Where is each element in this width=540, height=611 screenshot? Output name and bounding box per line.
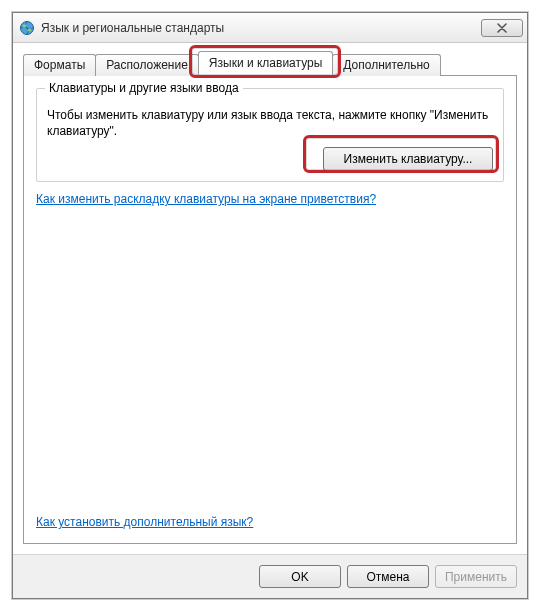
tab-languages-keyboards[interactable]: Языки и клавиатуры (198, 51, 333, 75)
globe-icon (19, 20, 35, 36)
apply-button[interactable]: Применить (435, 565, 517, 588)
tab-panel: Клавиатуры и другие языки ввода Чтобы из… (23, 75, 517, 544)
svg-point-2 (28, 28, 32, 31)
svg-point-1 (22, 24, 26, 27)
tab-location[interactable]: Расположение (95, 54, 199, 76)
link-welcome-screen-layout[interactable]: Как изменить раскладку клавиатуры на экр… (36, 192, 504, 206)
close-button[interactable] (481, 19, 523, 37)
dialog-window: Язык и региональные стандарты Форматы Ра… (12, 12, 528, 599)
tab-formats[interactable]: Форматы (23, 54, 96, 76)
ok-button[interactable]: OK (259, 565, 341, 588)
cancel-button[interactable]: Отмена (347, 565, 429, 588)
window-title: Язык и региональные стандарты (41, 21, 481, 35)
tab-advanced[interactable]: Дополнительно (332, 54, 440, 76)
link-install-language[interactable]: Как установить дополнительный язык? (36, 515, 504, 529)
tabs-container: Форматы Расположение Языки и клавиатуры … (23, 51, 517, 75)
titlebar[interactable]: Язык и региональные стандарты (13, 13, 527, 43)
dialog-button-bar: OK Отмена Применить (13, 554, 527, 598)
group-legend: Клавиатуры и другие языки ввода (45, 81, 243, 95)
client-area: Форматы Расположение Языки и клавиатуры … (13, 43, 527, 554)
change-keyboard-button[interactable]: Изменить клавиатуру... (323, 147, 493, 171)
spacer (36, 206, 504, 507)
tab-strip: Форматы Расположение Языки и клавиатуры … (23, 51, 517, 75)
close-icon (496, 23, 508, 33)
group-description: Чтобы изменить клавиатуру или язык ввода… (47, 107, 493, 139)
keyboards-group: Клавиатуры и другие языки ввода Чтобы из… (36, 88, 504, 182)
